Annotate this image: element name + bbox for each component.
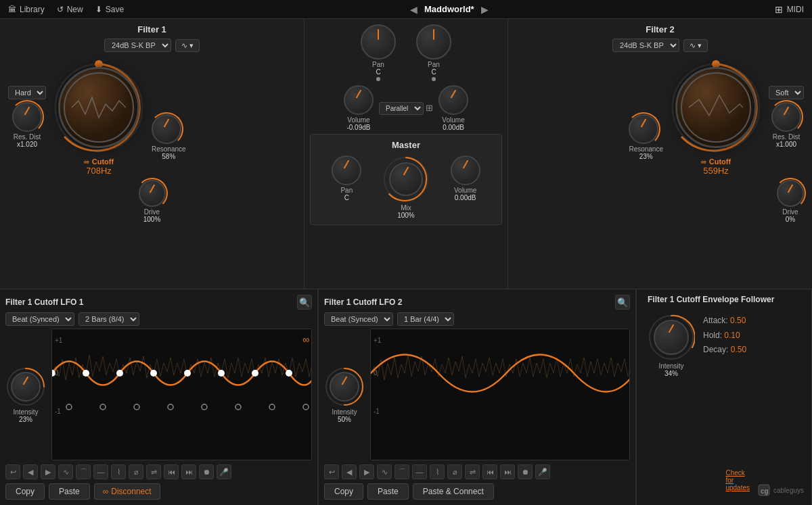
lfo2-zigzag-button[interactable]: ⌀ <box>447 464 462 479</box>
parallel-select[interactable]: Parallel <box>379 102 424 115</box>
lfo2-step-fwd-button[interactable]: ⏭ <box>500 464 515 479</box>
lfo2-paste-button[interactable]: Paste <box>367 483 409 500</box>
lfo2-paste-connect-button[interactable]: Paste & Connect <box>413 483 494 500</box>
filter2-res-dist-label: Res. Dist <box>771 133 801 141</box>
env-intensity-knob[interactable] <box>654 320 689 355</box>
filter2-wave-button[interactable]: ∿ ▾ <box>683 39 708 52</box>
lfo1-line-button[interactable]: — <box>93 464 108 479</box>
filter2-bottom-knobs: Drive 0% <box>516 180 804 223</box>
save-icon: ⬇ <box>95 5 102 14</box>
new-button[interactable]: ↺ New <box>57 5 83 14</box>
filter1-cutoff-value: 708Hz <box>86 166 112 176</box>
filter1-cutoff-label: ∞ Cutoff <box>84 158 114 166</box>
lfo1-intensity-value: 23% <box>19 416 32 423</box>
master-mix-label: Mix <box>382 204 430 212</box>
lfo2-shape1-button[interactable]: ⌒ <box>394 464 409 479</box>
lfo1-curve-button[interactable]: ⌇ <box>111 464 126 479</box>
filter1-cutoff-area <box>51 60 146 155</box>
filter1-res-dist-knob[interactable] <box>12 102 42 132</box>
filter2-resonance-group: Resonance 23% <box>629 114 663 160</box>
filter1-resonance-knob[interactable] <box>152 114 181 144</box>
lfo1-rate-select[interactable]: 2 Bars (8/4) <box>78 312 139 326</box>
filter2-type-select[interactable]: 24dB S-K BP <box>612 39 679 52</box>
lfo1-shape1-button[interactable]: ⌒ <box>76 464 91 479</box>
lfo2-search-button[interactable]: 🔍 <box>615 295 630 310</box>
filter1-wave-button[interactable]: ∿ ▾ <box>175 39 200 52</box>
lfo1-mode-select[interactable]: Beat (Synced) <box>5 312 74 326</box>
filter1-resonance-ring <box>150 112 183 146</box>
lfo2-mic-button[interactable]: 🎤 <box>535 464 550 479</box>
filter1-res-dist-group: Res. Dist x1.020 <box>12 102 42 148</box>
filter1-type-select[interactable]: 24dB S-K BP <box>104 39 171 52</box>
master-pan-knob[interactable] <box>332 155 361 185</box>
lfo2-waveform-svg: +1 0 -1 <box>371 329 629 460</box>
env-intensity-label: Intensity <box>658 362 683 370</box>
lfo2-line-button[interactable]: — <box>412 464 427 479</box>
lfo2-copy-button[interactable]: Copy <box>324 483 363 500</box>
lfo2-panel: Filter 1 Cutoff LFO 2 🔍 Beat (Synced) 1 … <box>318 289 636 505</box>
lfo1-waveform[interactable]: +1 0 -1 ∞ <box>51 329 312 460</box>
new-label: New <box>67 5 83 14</box>
filter1-drive-knob[interactable] <box>139 180 166 207</box>
center-pan1-knob[interactable] <box>361 24 396 59</box>
lfo1-intensity-knob[interactable] <box>11 372 41 402</box>
next-preset-button[interactable]: ▶ <box>481 4 489 15</box>
lfo1-disconnect-button[interactable]: ∞ Disconnect <box>94 483 160 500</box>
filter1-cutoff-knob[interactable] <box>58 67 139 148</box>
filter2-cutoff-knob[interactable] <box>675 67 757 148</box>
filter1-hard-soft-select[interactable]: Hard <box>8 86 46 99</box>
center-vol1-group: Volume -0.09dB <box>344 85 374 131</box>
center-vol1-knob[interactable] <box>344 85 374 115</box>
parallel-group: Parallel ⊞ <box>379 99 433 118</box>
lfo2-sine-button[interactable]: ∿ <box>377 464 392 479</box>
lfo1-step-back-button[interactable]: ⏮ <box>164 464 179 479</box>
master-mix-knob[interactable] <box>389 162 423 196</box>
prev-preset-button[interactable]: ◀ <box>410 4 418 15</box>
lfo1-mic-button[interactable]: 🎤 <box>217 464 231 479</box>
cableguys-logo-icon: cg <box>757 483 771 497</box>
lfo1-step-fwd-button[interactable]: ⏭ <box>181 464 196 479</box>
lfo1-random-button[interactable]: ⇌ <box>146 464 161 479</box>
lfo2-intensity-knob[interactable] <box>330 372 359 402</box>
filter2-hard-soft-select[interactable]: Soft <box>769 86 804 99</box>
lfo2-prev-button[interactable]: ◀ <box>342 464 357 479</box>
lfo2-icon-buttons: ↩ ◀ ▶ ∿ ⌒ — ⌇ ⌀ ⇌ ⏮ ⏭ ⏺ 🎤 <box>324 463 630 481</box>
svg-point-8 <box>83 370 89 377</box>
center-vol2-knob[interactable] <box>438 85 468 115</box>
lfo1-step-button[interactable]: ⏺ <box>199 464 214 479</box>
lfo1-search-button[interactable]: 🔍 <box>297 295 312 310</box>
lfo2-random-button[interactable]: ⇌ <box>465 464 480 479</box>
lfo1-back-button[interactable]: ↩ <box>5 464 20 479</box>
lfo2-curve-button[interactable]: ⌇ <box>430 464 445 479</box>
master-pan-group: Pan C <box>332 155 361 201</box>
master-pan-label: Pan <box>332 187 361 194</box>
lfo2-play-button[interactable]: ▶ <box>359 464 374 479</box>
lfo1-copy-button[interactable]: Copy <box>5 483 45 500</box>
midi-button[interactable]: MIDI <box>787 5 804 14</box>
filter2-resonance-knob[interactable] <box>629 114 658 144</box>
lfo1-play-button[interactable]: ▶ <box>41 464 55 479</box>
library-button[interactable]: 🏛 Library <box>8 5 45 14</box>
lfo1-sine-button[interactable]: ∿ <box>58 464 73 479</box>
filter2-res-dist-knob[interactable] <box>771 102 801 132</box>
center-pan2-knob[interactable] <box>416 24 451 59</box>
lfo1-panel: Filter 1 Cutoff LFO 1 🔍 Beat (Synced) 2 … <box>0 289 318 505</box>
save-button[interactable]: ⬇ Save <box>95 5 124 14</box>
top-bar-center: ◀ Maddworld* ▶ <box>410 4 489 15</box>
env-decay-row: Decay: 0.50 <box>703 343 746 358</box>
lfo2-back-button[interactable]: ↩ <box>324 464 339 479</box>
lfo2-step-back-button[interactable]: ⏮ <box>482 464 497 479</box>
lfo1-prev-button[interactable]: ◀ <box>23 464 38 479</box>
master-mix-group: Mix 100% <box>382 155 430 219</box>
master-vol-knob[interactable] <box>451 155 480 185</box>
lfo2-rate-select[interactable]: 1 Bar (4/4) <box>397 312 454 326</box>
lfo1-paste-button[interactable]: Paste <box>49 483 90 500</box>
lfo2-mode-select[interactable]: Beat (Synced) <box>324 312 393 326</box>
lfo2-step-button[interactable]: ⏺ <box>518 464 533 479</box>
lfo1-zigzag-button[interactable]: ⌀ <box>129 464 143 479</box>
filter2-knob-wave <box>689 87 743 128</box>
filter2-drive-knob[interactable] <box>777 180 804 207</box>
master-pan-value: C <box>332 194 361 201</box>
lfo2-waveform[interactable]: +1 0 -1 <box>370 329 630 460</box>
check-updates-link[interactable]: Check for updates <box>725 469 750 491</box>
